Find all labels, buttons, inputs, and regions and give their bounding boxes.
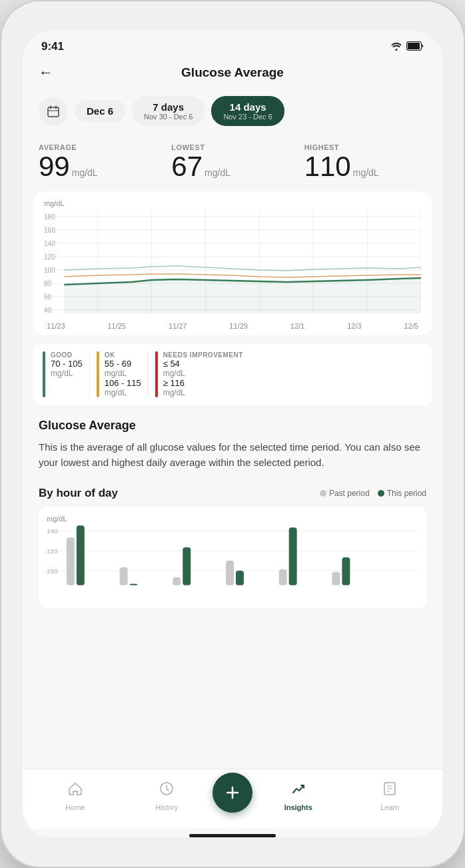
current-period-dot bbox=[378, 490, 384, 497]
glucose-line-chart: 180 160 140 120 100 80 60 40 bbox=[44, 210, 421, 317]
past-period-dot bbox=[320, 490, 326, 497]
hourly-header: By hour of day Past period This period bbox=[39, 487, 426, 500]
svg-rect-45 bbox=[289, 527, 297, 585]
phone-frame: 9:41 bbox=[0, 0, 465, 868]
hourly-legend: Past period This period bbox=[320, 489, 426, 498]
legend-content-needs: NEEDS IMPROVEMENT ≤ 54 mg/dL ≥ 116 mg/dL bbox=[163, 351, 243, 397]
svg-rect-1 bbox=[408, 43, 420, 49]
legend-bar-good bbox=[43, 351, 45, 397]
svg-rect-41 bbox=[183, 547, 191, 585]
stats-row: AVERAGE 99 mg/dL LOWEST 67 mg/dL HIGHEST bbox=[23, 137, 442, 191]
svg-text:180: 180 bbox=[44, 213, 55, 221]
svg-text:160: 160 bbox=[44, 227, 55, 234]
nav-history-label: History bbox=[155, 803, 178, 811]
add-button[interactable] bbox=[213, 773, 252, 813]
stat-average: AVERAGE 99 mg/dL bbox=[39, 143, 161, 181]
nav-history[interactable]: History bbox=[121, 781, 213, 811]
svg-text:100: 100 bbox=[44, 267, 55, 274]
svg-marker-29 bbox=[64, 278, 421, 313]
battery-icon bbox=[406, 41, 424, 53]
legend-past-period: Past period bbox=[320, 489, 370, 498]
scrollable-content[interactable]: ← Glucose Average Dec 6 7 days bbox=[23, 59, 442, 769]
bottom-nav: Home History bbox=[23, 769, 442, 829]
home-indicator bbox=[189, 834, 276, 837]
page-title: Glucose Average bbox=[181, 65, 284, 80]
svg-rect-43 bbox=[236, 570, 244, 585]
svg-rect-42 bbox=[226, 561, 234, 585]
period-dec6[interactable]: Dec 6 bbox=[75, 100, 125, 122]
legend-divider-1 bbox=[89, 351, 90, 397]
wifi-icon bbox=[390, 41, 402, 53]
svg-rect-38 bbox=[120, 567, 128, 585]
period-selector: Dec 6 7 days Nov 30 - Dec 6 14 days Nov … bbox=[23, 89, 442, 137]
status-icons bbox=[390, 41, 424, 53]
back-button[interactable]: ← bbox=[39, 64, 53, 81]
svg-text:140: 140 bbox=[47, 527, 58, 535]
svg-rect-46 bbox=[332, 571, 340, 585]
glucose-chart-container: mg/dL bbox=[33, 191, 432, 335]
hourly-y-label: mg/dL bbox=[47, 515, 418, 523]
hourly-section: By hour of day Past period This period m bbox=[23, 477, 442, 615]
nav-home-label: Home bbox=[65, 803, 85, 811]
chart-area: 180 160 140 120 100 80 60 40 bbox=[44, 210, 421, 317]
info-section: Glucose Average This is the average of a… bbox=[23, 405, 442, 477]
status-bar: 9:41 bbox=[23, 31, 442, 59]
learn-icon bbox=[382, 781, 398, 801]
status-time: 9:41 bbox=[41, 40, 64, 53]
nav-insights[interactable]: Insights bbox=[252, 781, 344, 811]
hourly-bars-wrapper: mg/dL 140 120 100 bbox=[39, 507, 426, 608]
svg-text:60: 60 bbox=[44, 293, 52, 301]
svg-rect-37 bbox=[77, 525, 85, 585]
info-title: Glucose Average bbox=[39, 419, 426, 433]
nav-add[interactable] bbox=[213, 773, 252, 819]
chart-x-labels: 11/23 11/25 11/27 11/29 12/1 12/3 12/5 bbox=[44, 319, 421, 330]
period-7days[interactable]: 7 days Nov 30 - Dec 6 bbox=[132, 96, 205, 126]
svg-text:80: 80 bbox=[44, 280, 52, 287]
nav-learn-label: Learn bbox=[380, 803, 399, 811]
phone-screen: 9:41 bbox=[23, 31, 442, 837]
hourly-title: By hour of day bbox=[39, 487, 118, 500]
nav-insights-label: Insights bbox=[284, 803, 312, 811]
header: ← Glucose Average bbox=[23, 59, 442, 89]
period-14days[interactable]: 14 days Nov 23 - Dec 6 bbox=[211, 96, 284, 126]
glucose-legend: GOOD 70 - 105 mg/dL OK 55 - 69 mg/dL 106… bbox=[33, 343, 432, 405]
hourly-bar-chart: 140 120 100 bbox=[47, 524, 418, 597]
svg-rect-47 bbox=[342, 557, 350, 585]
svg-rect-2 bbox=[48, 107, 59, 117]
legend-bar-needs bbox=[155, 351, 158, 397]
calendar-button[interactable] bbox=[39, 97, 68, 126]
svg-text:120: 120 bbox=[47, 547, 58, 555]
legend-content-good: GOOD 70 - 105 mg/dL bbox=[51, 351, 83, 397]
svg-text:40: 40 bbox=[44, 307, 52, 314]
info-text: This is the average of all glucose value… bbox=[39, 439, 426, 471]
stat-lowest: LOWEST 67 mg/dL bbox=[171, 143, 293, 181]
legend-ok: OK 55 - 69 mg/dL 106 - 115 mg/dL bbox=[97, 351, 141, 397]
insights-icon bbox=[290, 781, 306, 801]
legend-this-period: This period bbox=[378, 489, 426, 498]
stat-highest: HIGHEST 110 mg/dL bbox=[304, 143, 426, 181]
nav-learn[interactable]: Learn bbox=[344, 781, 436, 811]
legend-needs-improvement: NEEDS IMPROVEMENT ≤ 54 mg/dL ≥ 116 mg/dL bbox=[155, 351, 243, 397]
legend-bar-ok bbox=[97, 351, 99, 397]
home-icon bbox=[67, 781, 83, 801]
svg-rect-39 bbox=[130, 583, 138, 585]
legend-divider-2 bbox=[148, 351, 149, 397]
nav-home[interactable]: Home bbox=[29, 781, 121, 811]
svg-text:140: 140 bbox=[44, 240, 55, 247]
svg-rect-44 bbox=[279, 569, 287, 585]
svg-rect-40 bbox=[173, 577, 181, 585]
svg-text:120: 120 bbox=[44, 253, 55, 261]
svg-rect-36 bbox=[67, 537, 75, 585]
chart-y-label: mg/dL bbox=[44, 199, 421, 207]
legend-good: GOOD 70 - 105 mg/dL bbox=[43, 351, 83, 397]
scroll-padding bbox=[23, 615, 442, 628]
svg-text:100: 100 bbox=[47, 567, 58, 574]
history-icon bbox=[159, 781, 175, 801]
legend-content-ok: OK 55 - 69 mg/dL 106 - 115 mg/dL bbox=[105, 351, 141, 397]
